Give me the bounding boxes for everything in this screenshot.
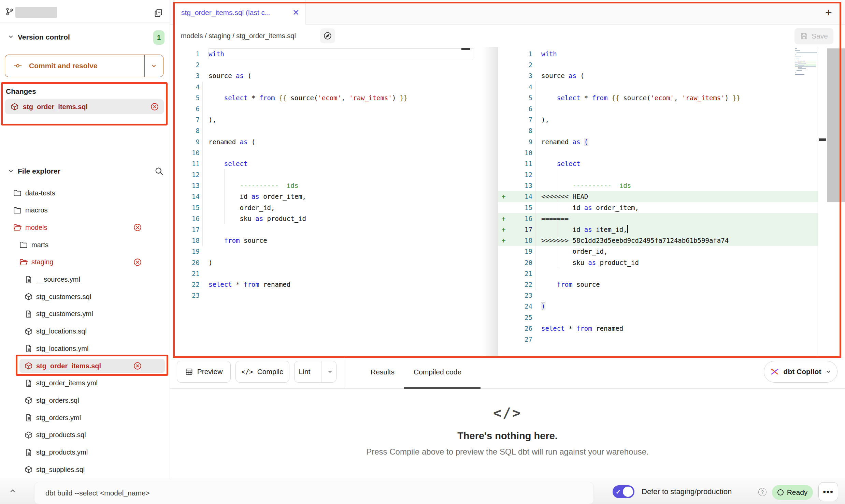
ready-circle-icon — [777, 489, 784, 495]
defer-label: Defer to staging/production — [642, 479, 732, 504]
lint-caret-icon[interactable] — [321, 361, 339, 382]
right-scrollbar-thumb[interactable] — [819, 138, 826, 141]
line-number: 15 — [173, 202, 200, 213]
changed-file-row[interactable]: stg_order_items.sql — [5, 99, 164, 114]
file-tree-item-stg_customers.yml[interactable]: stg_customers.yml — [0, 307, 170, 321]
diff-gutter — [498, 169, 509, 180]
line-number: 16 — [173, 213, 200, 224]
line-number: 24 — [509, 301, 532, 312]
commit-and-resolve-button[interactable]: Commit and resolve — [5, 55, 163, 77]
compile-button[interactable]: </> Compile — [235, 361, 289, 383]
diff-gutter — [498, 136, 509, 147]
command-bar-expand-icon[interactable] — [8, 487, 17, 495]
commit-options-caret[interactable] — [144, 55, 163, 77]
code-line-1: 1with — [498, 48, 818, 59]
indent-guide — [202, 81, 203, 246]
tab-results[interactable]: Results — [371, 356, 395, 388]
file-tree-item-data-tests[interactable]: data-tests — [0, 186, 170, 200]
file-tree-item-stg_order_items.yml[interactable]: stg_order_items.yml — [0, 376, 170, 390]
diff-gutter — [498, 147, 509, 158]
code-line-13: 13 ---------- ids — [498, 180, 818, 191]
command-input[interactable]: dbt build --select <model_name> — [34, 482, 594, 504]
file-tree-item-marts[interactable]: marts — [0, 238, 170, 252]
code-line-3: 3source as ( — [173, 70, 473, 81]
code-line-14: +14<<<<<<< HEAD — [498, 191, 818, 202]
folder-open-icon — [13, 223, 22, 232]
file-tree-item-stg_order_items.sql[interactable]: stg_order_items.sql — [19, 359, 165, 373]
model-icon — [25, 293, 33, 301]
dbt-cloud-ide: Version control 1 Commit and resolve Cha… — [0, 0, 845, 504]
diff-gutter — [498, 70, 509, 81]
compile-label: Compile — [257, 368, 284, 376]
line-number: 23 — [173, 290, 200, 301]
dbt-copilot-button[interactable]: dbt Copilot — [764, 361, 837, 383]
defer-toggle[interactable]: ✓ — [613, 485, 634, 498]
file-tree-item-stg_supplies.sql[interactable]: stg_supplies.sql — [0, 462, 170, 477]
lint-label: Lint — [292, 361, 317, 382]
search-icon[interactable] — [154, 166, 164, 176]
file-tree-item-stg_products.sql[interactable]: stg_products.sql — [0, 428, 170, 442]
tab-strip: stg_order_items.sql (last c... ✕ + — [170, 0, 845, 25]
file-tree-item-stg_customers.sql[interactable]: stg_customers.sql — [0, 290, 170, 304]
preview-button[interactable]: Preview — [177, 361, 231, 383]
tab-compiled-code[interactable]: Compiled code — [414, 356, 461, 388]
line-number: 23 — [509, 290, 532, 301]
discard-change-icon[interactable] — [133, 223, 142, 232]
new-tab-button[interactable]: + — [822, 6, 835, 18]
diff-added-marker: + — [498, 224, 509, 235]
lineage-button[interactable] — [320, 28, 335, 43]
file-name: stg_order_items.sql — [36, 362, 101, 370]
tab-stg-order-items[interactable]: stg_order_items.sql (last c... ✕ — [175, 0, 306, 25]
code-line-21: 21 — [498, 268, 818, 279]
empty-state-subtitle: Press Compile above to preview the SQL d… — [170, 447, 845, 457]
file-name: data-tests — [25, 189, 55, 197]
code-line-5: 5 select * from {{ source('ecom', 'raw_i… — [498, 92, 818, 103]
line-number: 1 — [173, 48, 200, 59]
file-tree-item-__sources.yml[interactable]: __sources.yml — [0, 272, 170, 287]
help-icon[interactable]: ? — [758, 488, 767, 496]
empty-state-title: There's nothing here. — [170, 430, 845, 442]
indent-guide — [535, 81, 535, 290]
file-name: stg_products.yml — [36, 448, 88, 456]
lint-button[interactable]: Lint — [294, 361, 336, 383]
file-tree-item-stg_orders.sql[interactable]: stg_orders.sql — [0, 393, 170, 407]
file-tree-item-stg_orders.yml[interactable]: stg_orders.yml — [0, 411, 170, 425]
file-explorer-title: File explorer — [18, 167, 60, 175]
git-branch-icon[interactable] — [5, 8, 14, 16]
discard-change-icon[interactable] — [133, 361, 142, 370]
file-tree-item-stg_products.yml[interactable]: stg_products.yml — [0, 445, 170, 460]
discard-change-icon[interactable] — [133, 258, 142, 267]
editor-pane-right[interactable]: 1with23source as (45 select * from {{ so… — [498, 47, 818, 356]
diff-gutter — [498, 48, 509, 59]
code-line-27: 27 — [498, 334, 818, 345]
file-tree-item-models[interactable]: models — [0, 220, 170, 235]
status-badge[interactable]: Ready — [772, 485, 813, 500]
version-control-badge: 1 — [153, 30, 164, 45]
tab-close-icon[interactable]: ✕ — [292, 8, 299, 17]
right-scrollbar[interactable] — [818, 47, 827, 356]
left-scrollbar-thumb[interactable] — [461, 48, 470, 50]
line-number: 16 — [509, 213, 532, 224]
status-bar: dbt build --select <model_name> ✓ Defer … — [0, 479, 845, 504]
file-tree-item-macros[interactable]: macros — [0, 203, 170, 218]
file-tree-item-stg_locations.yml[interactable]: stg_locations.yml — [0, 341, 170, 356]
line-number: 27 — [509, 334, 532, 345]
scroll-track — [827, 48, 845, 202]
copy-icon[interactable] — [154, 8, 163, 18]
folder-icon — [13, 206, 22, 215]
code-line-20: 20) — [173, 257, 473, 268]
file-tree-item-staging[interactable]: staging — [0, 255, 170, 269]
line-number: 8 — [509, 125, 532, 136]
discard-change-icon[interactable] — [150, 102, 159, 111]
version-control-collapse-icon[interactable] — [8, 33, 14, 40]
editor-pane-left[interactable]: 1with23source as (45 select * from {{ so… — [173, 47, 473, 356]
code-line-15: 15 id as order_item, — [498, 202, 818, 213]
save-button[interactable]: Save — [794, 28, 833, 44]
code-line-12: 12 — [498, 169, 818, 180]
minimap[interactable] — [795, 48, 816, 76]
file-tree-item-stg_locations.sql[interactable]: stg_locations.sql — [0, 324, 170, 339]
line-number: 25 — [509, 312, 532, 323]
file-explorer-collapse-icon[interactable] — [8, 168, 14, 175]
branch-name-redacted[interactable] — [15, 7, 57, 18]
more-options-button[interactable]: ••• — [818, 482, 838, 501]
